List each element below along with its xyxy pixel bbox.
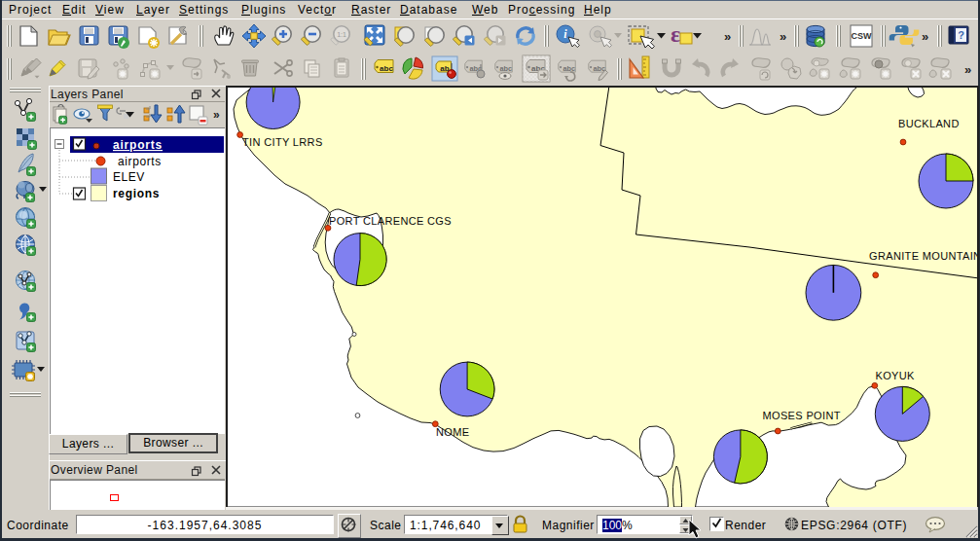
svg-text:airports: airports xyxy=(113,138,163,152)
svg-text:airports: airports xyxy=(118,155,162,168)
svg-text:GRANITE MOUNTAIN: GRANITE MOUNTAIN xyxy=(869,250,977,262)
svg-text:regions: regions xyxy=(113,187,160,200)
svg-text:ε: ε xyxy=(671,21,680,47)
svg-text:KOYUK: KOYUK xyxy=(876,370,916,381)
svg-text:TIN CITY LRRS: TIN CITY LRRS xyxy=(242,136,323,148)
svg-text:ELEV: ELEV xyxy=(113,170,145,184)
svg-text:»: » xyxy=(213,108,220,122)
svg-text:1:1: 1:1 xyxy=(337,31,346,38)
svg-text:MOSES POINT: MOSES POINT xyxy=(763,410,841,421)
svg-text:CSW: CSW xyxy=(852,31,873,41)
svg-text:?: ? xyxy=(958,29,964,41)
svg-text:NOME: NOME xyxy=(436,426,469,438)
svg-text:BUCKLAND: BUCKLAND xyxy=(898,118,960,129)
svg-text:PORT CLARENCE CGS: PORT CLARENCE CGS xyxy=(329,215,452,227)
